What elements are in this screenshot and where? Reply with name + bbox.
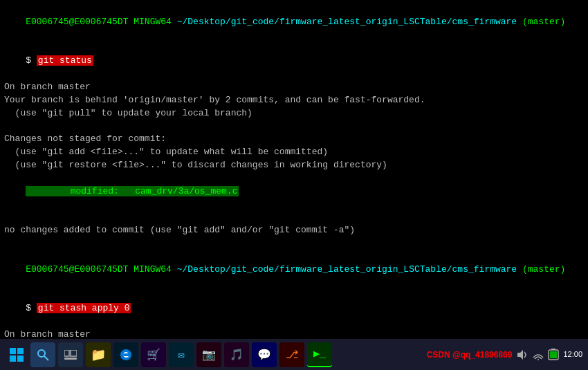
svg-point-10 [538,359,539,360]
cmd-line-1: $ git status [4,42,584,82]
svg-rect-13 [551,349,555,350]
cmd-line-2: $ git stash apply 0 [4,290,584,329]
path-2: ~/Desktop/git_code/firmware_latest_origi… [172,264,517,275]
git-status-cmd: git status [37,55,93,66]
svg-rect-8 [64,358,77,360]
output-line-9: no changes added to commit (use "git add… [4,224,584,237]
output-line-5: Changes not staged for commit: [4,133,584,146]
blank-3 [4,237,584,250]
network-icon[interactable] [533,349,544,360]
file-explorer-icon[interactable]: 📁 [86,342,111,367]
battery-icon[interactable] [548,349,559,361]
taskbar-right: CSDN @qq_41896869 12:00 [427,349,582,361]
search-taskbar-icon[interactable] [30,342,55,367]
svg-rect-6 [64,350,69,356]
output-line-1: On branch master [4,81,584,94]
output-line-7: (use "git restore <file>..." to discard … [4,159,584,172]
path-1: ~/Desktop/git_code/firmware_latest_origi… [172,17,517,27]
svg-line-5 [44,356,48,360]
terminal-icon[interactable]: ▶_ [307,342,332,367]
svg-rect-0 [10,348,16,354]
branch-2: (master) [517,264,565,275]
svg-rect-1 [17,348,24,354]
svg-rect-3 [17,355,24,362]
user-2: E0006745@E0006745DT [26,264,128,275]
blank-1 [4,120,584,133]
speaker-icon[interactable] [516,349,529,361]
output-line-2: Your branch is behind 'origin/master' by… [4,94,584,107]
windows-start-icon[interactable] [6,344,28,366]
taskbar: 📁 🛒 ✉ 📷 🎵 💬 ⎇ [0,339,588,370]
edge-browser-icon[interactable] [113,342,138,367]
store-icon[interactable]: 🛒 [141,342,166,367]
taskview-icon[interactable] [58,342,83,367]
clock: 12:00 [563,349,582,359]
terminal: E0006745@E0006745DT MINGW64 ~/Desktop/gi… [0,0,588,339]
prompt-dollar-2: $ [26,303,37,313]
teams-icon[interactable]: 💬 [252,342,277,367]
host-2: MINGW64 [128,264,171,275]
camera-icon[interactable]: 📷 [196,342,221,367]
host-1: MINGW64 [128,17,171,27]
branch-1: (master) [517,17,565,27]
modified-label-1: modified: cam_drv/3a/os_mem.c [26,186,239,196]
svg-rect-12 [550,351,557,358]
user-1: E0006745@E0006745DT [26,17,128,27]
git-stash-cmd: git stash apply 0 [37,303,131,313]
prompt-dollar-1: $ [26,55,37,66]
blank-2 [4,212,584,225]
csdn-badge: CSDN @qq_41896869 [427,350,513,360]
svg-rect-2 [10,355,16,362]
prompt-line-2: E0006745@E0006745DT MINGW64 ~/Desktop/gi… [4,250,584,290]
svg-marker-9 [517,350,523,360]
svg-rect-7 [71,350,77,356]
modified-line-1: modified: cam_drv/3a/os_mem.c [4,172,584,212]
mail-icon[interactable]: ✉ [169,342,194,367]
prompt-line-1: E0006745@E0006745DT MINGW64 ~/Desktop/gi… [4,3,584,42]
music-icon[interactable]: 🎵 [224,342,249,367]
taskbar-left: 📁 🛒 ✉ 📷 🎵 💬 ⎇ [6,342,332,367]
git-icon[interactable]: ⎇ [279,342,304,367]
output-line-10: On branch master [4,329,584,339]
output-line-6: (use "git add <file>..." to update what … [4,146,584,159]
output-line-3: (use "git pull" to update your local bra… [4,107,584,120]
svg-point-4 [38,350,45,357]
